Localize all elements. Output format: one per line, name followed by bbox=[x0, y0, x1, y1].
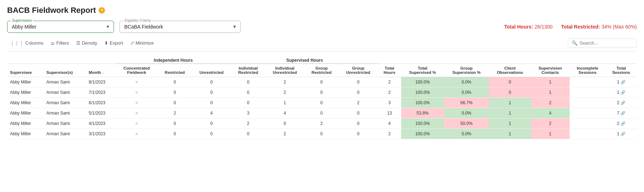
cell-total-hours: 3 bbox=[378, 98, 401, 108]
cell-unrestricted: 0 bbox=[192, 118, 231, 129]
cell-unrestricted: 0 bbox=[192, 98, 231, 108]
eligibility-chevron-icon: ▼ bbox=[232, 24, 237, 29]
cell-grp-supervision: 0.0% bbox=[444, 77, 489, 87]
cell-restricted: 2 bbox=[158, 108, 192, 118]
cell-restricted: 0 bbox=[158, 77, 192, 87]
total-hours-value: 26/1300 bbox=[534, 24, 553, 30]
density-button[interactable]: ☰ Density bbox=[73, 39, 100, 47]
cell-grp-unrestricted: 0 bbox=[339, 87, 378, 98]
col-grp-unrestricted: GroupUnrestricted bbox=[339, 64, 378, 77]
cell-grp-restricted: 0 bbox=[304, 87, 338, 98]
cell-grp-restricted: 0 bbox=[304, 129, 338, 139]
minimize-button[interactable]: ⤢ Minimize bbox=[127, 39, 157, 47]
cell-grp-restricted: 0 bbox=[304, 77, 338, 87]
cell-concentrated: × bbox=[115, 87, 158, 98]
external-link-icon[interactable]: 🔗 bbox=[621, 90, 625, 95]
col-month[interactable]: Month ↓ bbox=[86, 64, 115, 77]
cell-total-sessions: 7 🔗 bbox=[606, 108, 637, 118]
cell-grp-unrestricted: 0 bbox=[339, 108, 378, 118]
search-input[interactable] bbox=[580, 40, 633, 46]
cell-grp-restricted: 0 bbox=[304, 98, 338, 108]
supervisees-dropdown[interactable]: Supervisees Abby Miller ▼ bbox=[7, 21, 114, 33]
supervised-hours-header: Supervised Hours bbox=[231, 56, 378, 64]
cell-month: 6/1/2023 bbox=[86, 98, 115, 108]
cell-ind-restricted: 0 bbox=[231, 87, 265, 98]
cell-ind-unrestricted: 2 bbox=[265, 87, 305, 98]
cell-supervision-contacts: 4 bbox=[531, 108, 570, 118]
cell-client-obs: 1 bbox=[489, 118, 531, 129]
cell-total-supervised: 53.8% bbox=[401, 108, 444, 118]
external-link-icon[interactable]: 🔗 bbox=[621, 101, 625, 105]
external-link-icon[interactable]: 🔗 bbox=[621, 121, 625, 126]
cell-grp-unrestricted: 0 bbox=[339, 77, 378, 87]
columns-button[interactable]: ⋮⋮⋮ Columns bbox=[7, 39, 46, 47]
cell-grp-unrestricted: 0 bbox=[339, 129, 378, 139]
external-link-icon[interactable]: 🔗 bbox=[621, 80, 625, 84]
cell-supervision-contacts: 1 bbox=[531, 129, 570, 139]
cell-incomplete-sessions bbox=[570, 87, 606, 98]
cell-grp-supervision: 0.0% bbox=[444, 108, 489, 118]
cell-ind-restricted: 0 bbox=[231, 98, 265, 108]
cell-unrestricted: 0 bbox=[192, 129, 231, 139]
cell-client-obs: 1 bbox=[489, 129, 531, 139]
cell-month: 3/1/2023 bbox=[86, 129, 115, 139]
cell-concentrated: × bbox=[115, 108, 158, 118]
cell-supervision-contacts: 2 bbox=[531, 98, 570, 108]
col-supervisor: Supervisor(s) bbox=[43, 64, 86, 77]
cell-grp-supervision: 0.0% bbox=[444, 87, 489, 98]
export-label: Export bbox=[110, 40, 123, 46]
supervisees-label: Supervisees bbox=[11, 19, 33, 22]
cell-ind-unrestricted: 2 bbox=[265, 129, 305, 139]
cell-total-supervised: 100.0% bbox=[401, 98, 444, 108]
help-icon[interactable]: ? bbox=[99, 7, 105, 14]
table-row: Abby Miller Arman Sami 4/1/2023 × 0 0 2 … bbox=[7, 118, 637, 129]
cell-total-sessions: 1 🔗 bbox=[606, 129, 637, 139]
cell-grp-supervision: 0.0% bbox=[444, 129, 489, 139]
eligibility-value: BCaBA Fieldwork bbox=[124, 24, 163, 30]
cell-month: 5/1/2023 bbox=[86, 108, 115, 118]
cell-concentrated: × bbox=[115, 98, 158, 108]
external-link-icon[interactable]: 🔗 bbox=[621, 111, 625, 115]
cell-total-sessions: 2 🔗 bbox=[606, 98, 637, 108]
cell-restricted: 0 bbox=[158, 118, 192, 129]
filters-button[interactable]: ⚌ Filters bbox=[48, 39, 72, 47]
total-restricted-label: Total Restricted: bbox=[561, 24, 600, 30]
col-unrestricted: Unrestricted bbox=[192, 64, 231, 77]
cell-ind-restricted: 2 bbox=[231, 118, 265, 129]
cell-month: 4/1/2023 bbox=[86, 118, 115, 129]
external-link-icon[interactable]: 🔗 bbox=[621, 132, 625, 136]
table-row: Abby Miller Arman Sami 3/1/2023 × 0 0 0 … bbox=[7, 129, 637, 139]
columns-label: Columns bbox=[25, 40, 43, 46]
empty-right-header bbox=[378, 56, 637, 64]
cell-incomplete-sessions bbox=[570, 118, 606, 129]
cell-total-hours: 13 bbox=[378, 108, 401, 118]
cell-restricted: 0 bbox=[158, 129, 192, 139]
cell-concentrated: × bbox=[115, 77, 158, 87]
eligibility-dropdown[interactable]: Eligibility Criteria BCaBA Fieldwork ▼ bbox=[120, 21, 241, 33]
cell-grp-restricted: 2 bbox=[304, 118, 338, 129]
cell-client-obs: 0 bbox=[489, 87, 531, 98]
cell-total-supervised: 100.0% bbox=[401, 118, 444, 129]
cell-concentrated: × bbox=[115, 118, 158, 129]
col-ind-restricted: IndividualRestricted bbox=[231, 64, 265, 77]
cell-restricted: 0 bbox=[158, 87, 192, 98]
cell-supervisee: Abby Miller bbox=[7, 108, 43, 118]
filters-label: Filters bbox=[56, 40, 69, 46]
cell-restricted: 0 bbox=[158, 98, 192, 108]
cell-supervisee: Abby Miller bbox=[7, 98, 43, 108]
cell-supervision-contacts: 1 bbox=[531, 87, 570, 98]
search-box[interactable]: 🔍 bbox=[568, 39, 637, 47]
cell-ind-restricted: 0 bbox=[231, 77, 265, 87]
search-icon: 🔍 bbox=[572, 40, 577, 46]
eligibility-label: Eligibility Criteria bbox=[124, 19, 152, 22]
cell-supervisor: Arman Sami bbox=[43, 87, 86, 98]
col-total-sessions: TotalSessions bbox=[606, 64, 637, 77]
cell-supervisee: Abby Miller bbox=[7, 77, 43, 87]
cell-ind-unrestricted: 2 bbox=[265, 77, 305, 87]
cell-grp-supervision: 66.7% bbox=[444, 98, 489, 108]
density-icon: ☰ bbox=[76, 40, 80, 46]
table-row: Abby Miller Arman Sami 8/1/2023 × 0 0 0 … bbox=[7, 77, 637, 87]
total-restricted-value: 34% (Max 60%) bbox=[601, 24, 637, 30]
page-title: BACB Fieldwork Report bbox=[7, 6, 96, 15]
export-button[interactable]: ⬇ Export bbox=[101, 39, 126, 47]
